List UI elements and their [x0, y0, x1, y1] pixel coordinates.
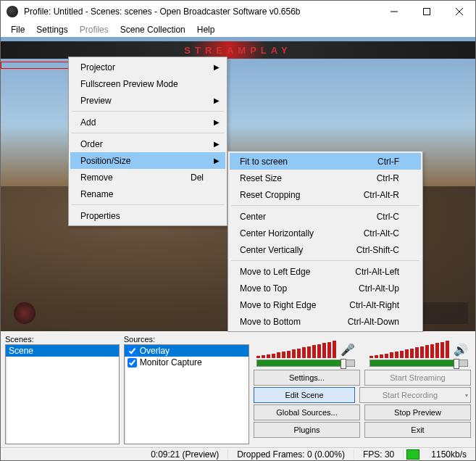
- ctx-reset-size[interactable]: Reset SizeCtrl-R: [230, 170, 421, 186]
- status-bitrate: 1150kb/s: [422, 449, 475, 460]
- ctx-center[interactable]: CenterCtrl-C: [230, 208, 421, 225]
- scene-item[interactable]: Scene: [6, 345, 119, 357]
- ctx-move-top[interactable]: Move to TopCtrl-Alt-Up: [230, 280, 421, 296]
- source-item-monitor-capture[interactable]: Monitor Capture: [125, 357, 249, 368]
- menu-separator: [72, 111, 224, 112]
- speaker-volume-slider[interactable]: [369, 360, 468, 367]
- menu-separator: [231, 205, 419, 206]
- chevron-right-icon: ▶: [214, 96, 220, 104]
- menubar: File Settings Profiles Scene Collection …: [1, 22, 475, 37]
- menu-separator: [72, 133, 224, 133]
- selection-outline[interactable]: [1, 62, 69, 69]
- ctx-fullscreen-preview[interactable]: Fullscreen Preview Mode: [70, 75, 225, 92]
- slider-thumb[interactable]: [454, 359, 459, 369]
- menu-file[interactable]: File: [5, 23, 30, 36]
- microphone-icon[interactable]: 🎤: [341, 343, 355, 357]
- settings-button[interactable]: Settings...: [254, 370, 360, 386]
- ctx-remove[interactable]: RemoveDel: [70, 169, 225, 186]
- context-menu-position-size: Fit to screenCtrl-F Reset SizeCtrl-R Res…: [227, 151, 423, 332]
- mic-meter: 🎤: [256, 341, 355, 358]
- scenes-listbox[interactable]: Scene: [5, 344, 120, 444]
- status-fps: FPS: 30: [354, 449, 404, 460]
- ctx-projector[interactable]: Projector▶: [70, 59, 225, 75]
- source-item-label: Monitor Capture: [140, 357, 202, 367]
- app-icon: [7, 6, 18, 17]
- ctx-rename[interactable]: Rename: [70, 186, 225, 202]
- chevron-right-icon: ▶: [214, 157, 220, 165]
- ctx-move-bottom[interactable]: Move to BottomCtrl-Alt-Down: [230, 313, 421, 330]
- global-sources-button[interactable]: Global Sources...: [254, 404, 360, 420]
- close-button[interactable]: [443, 1, 475, 22]
- window-title: Profile: Untitled - Scenes: scenes - Ope…: [24, 7, 377, 17]
- status-bar: 0:09:21 (Preview) Dropped Frames: 0 (0.0…: [1, 447, 475, 460]
- start-streaming-button[interactable]: Start Streaming: [364, 370, 471, 386]
- source-checkbox[interactable]: [128, 358, 137, 367]
- start-recording-button[interactable]: Start Recording: [359, 387, 471, 403]
- sources-label: Sources:: [124, 335, 249, 344]
- sources-column: Sources: Overlay Monitor Capture: [124, 335, 249, 444]
- ctx-reset-cropping[interactable]: Reset CroppingCtrl-Alt-R: [230, 186, 421, 203]
- sources-listbox[interactable]: Overlay Monitor Capture: [124, 344, 249, 444]
- ctx-order[interactable]: Order▶: [70, 136, 225, 152]
- ctx-preview[interactable]: Preview▶: [70, 92, 225, 109]
- ctx-center-vertically[interactable]: Center VerticallyCtrl-Shift-C: [230, 241, 421, 258]
- bottom-panel: Scenes: Scene Sources: Overlay Monitor C…: [1, 332, 475, 447]
- menu-separator: [231, 260, 419, 261]
- source-item-overlay[interactable]: Overlay: [125, 345, 249, 357]
- source-checkbox[interactable]: [128, 346, 137, 356]
- slider-thumb[interactable]: [341, 359, 346, 369]
- menu-help[interactable]: Help: [191, 23, 221, 36]
- ctx-properties[interactable]: Properties: [70, 207, 225, 224]
- source-item-label: Overlay: [140, 346, 170, 356]
- context-menu-main: Projector▶ Fullscreen Preview Mode Previ…: [68, 57, 227, 226]
- game-hud-right: [417, 302, 468, 324]
- menu-separator: [72, 204, 224, 205]
- window-controls: [377, 1, 475, 22]
- ctx-center-horizontally[interactable]: Center HorizontallyCtrl-Alt-C: [230, 225, 421, 241]
- ctx-fit-to-screen[interactable]: Fit to screenCtrl-F: [230, 153, 421, 170]
- svg-rect-1: [423, 9, 430, 15]
- game-hud-left: [14, 302, 36, 324]
- minimize-button[interactable]: [377, 1, 410, 22]
- chevron-right-icon: ▶: [214, 118, 220, 126]
- maximize-button[interactable]: [410, 1, 443, 22]
- speaker-meter: 🔊: [369, 341, 468, 358]
- scenes-label: Scenes:: [5, 335, 120, 344]
- scenes-column: Scenes: Scene: [5, 335, 120, 444]
- chevron-right-icon: ▶: [214, 140, 220, 148]
- mic-volume-slider[interactable]: [256, 360, 355, 367]
- status-indicator-icon: [406, 449, 419, 460]
- menu-scene-collection[interactable]: Scene Collection: [114, 23, 191, 36]
- chevron-right-icon: ▶: [214, 63, 220, 71]
- edit-scene-button[interactable]: Edit Scene: [254, 387, 355, 403]
- status-dropped-frames: Dropped Frames: 0 (0.00%): [228, 449, 354, 460]
- audio-meters: 🎤 🔊: [254, 335, 471, 358]
- menu-settings[interactable]: Settings: [30, 23, 73, 36]
- plugins-button[interactable]: Plugins: [254, 422, 360, 438]
- ctx-move-right-edge[interactable]: Move to Right EdgeCtrl-Alt-Right: [230, 296, 421, 313]
- ctx-move-left-edge[interactable]: Move to Left EdgeCtrl-Alt-Left: [230, 263, 421, 280]
- exit-button[interactable]: Exit: [364, 422, 471, 438]
- titlebar: Profile: Untitled - Scenes: scenes - Ope…: [1, 1, 475, 22]
- stop-preview-button[interactable]: Stop Preview: [364, 404, 471, 420]
- speaker-icon[interactable]: 🔊: [454, 343, 468, 357]
- controls-column: 🎤 🔊 Settings... Start Streaming Edit Sce…: [254, 335, 471, 444]
- volume-sliders: [254, 360, 471, 368]
- status-time: 0:09:21 (Preview): [142, 449, 228, 460]
- ctx-add[interactable]: Add▶: [70, 114, 225, 130]
- ctx-position-size[interactable]: Position/Size▶: [70, 152, 225, 169]
- menu-profiles[interactable]: Profiles: [74, 23, 114, 36]
- scene-item-label: Scene: [9, 346, 33, 356]
